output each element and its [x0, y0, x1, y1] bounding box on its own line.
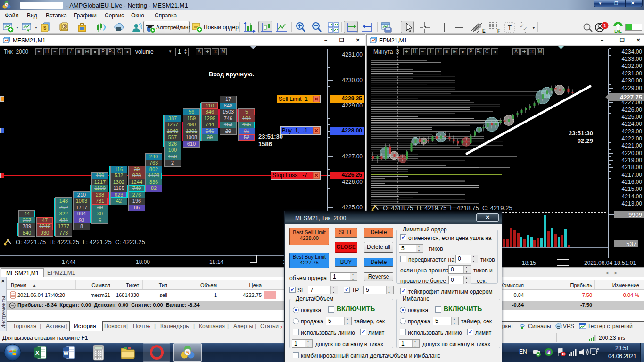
svg-text:5: 5: [186, 350, 189, 355]
svg-text:$: $: [43, 25, 46, 31]
svg-text:4: 4: [547, 350, 550, 355]
svg-text:5: 5: [64, 25, 66, 29]
svg-text:T: T: [508, 24, 512, 31]
svg-text:W: W: [63, 350, 69, 356]
svg-text:F: F: [497, 28, 500, 33]
svg-text:1: 1: [603, 23, 606, 28]
svg-text:LVL: LVL: [614, 29, 621, 33]
svg-text:5: 5: [6, 3, 8, 7]
svg-text:E: E: [482, 28, 486, 33]
svg-text:✓: ✓: [523, 25, 528, 32]
svg-text:X: X: [35, 349, 40, 356]
